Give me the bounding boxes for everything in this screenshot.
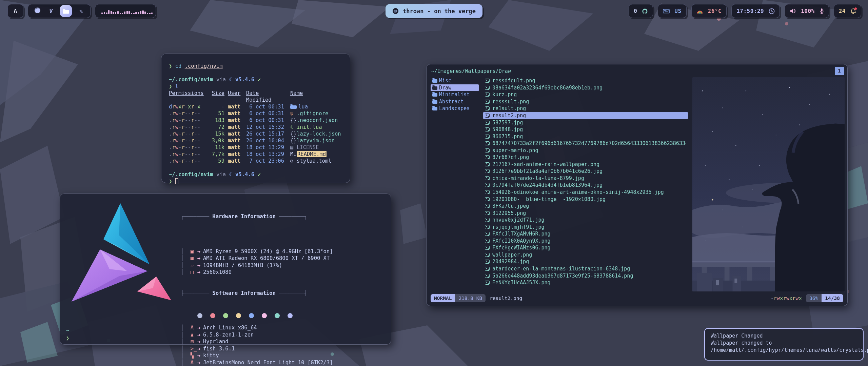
terminal-input-line[interactable]: ❯: [169, 178, 342, 185]
tab-badge[interactable]: 1: [835, 67, 844, 75]
now-playing-module[interactable]: thrown - on the verge: [386, 4, 482, 18]
file-date: 26 oct 15:17: [246, 130, 287, 137]
sidebar-folder-item[interactable]: Abstract: [431, 98, 479, 105]
file-list-item[interactable]: rsjqojlmjhf91.jpg: [483, 223, 688, 230]
cava-bar: [124, 12, 125, 14]
github-module[interactable]: 0: [629, 4, 653, 18]
image-preview-pane: [692, 77, 845, 291]
file-list-item[interactable]: re1sult.png: [483, 105, 688, 112]
file-list-item[interactable]: chica-mirando-la-luna-8799.jpg: [483, 175, 688, 182]
cava-bar: [140, 11, 141, 14]
file-list-item[interactable]: 68747470733a2f2f696d616765732d7769786d70…: [483, 140, 688, 147]
file-list-item[interactable]: 19201080-__blue-tinge__-1920×1080.jpg: [483, 196, 688, 203]
file-manager-window[interactable]: ~/Imagenes/Wallpapers/Draw 1 Misc Draw M…: [426, 64, 848, 306]
file-name-cell: lua: [290, 103, 342, 110]
file-owner: matt: [228, 124, 243, 130]
file-list-item[interactable]: 08a634fa02a32364f69ebc86a98eb1eb.png: [483, 84, 688, 92]
clock-module[interactable]: 17:50:29: [731, 4, 780, 18]
hardware-item-icon: ▱: [187, 262, 197, 269]
folder-icon: [432, 107, 437, 110]
file-list-item[interactable]: nnvuv0xj2df71.jpg: [483, 217, 688, 224]
volume-module[interactable]: 100%: [785, 4, 829, 18]
file-list-item[interactable]: 154928-odinokoe_anime-art-anime-okno-sin…: [483, 189, 688, 196]
sidebar-folder-item[interactable]: Misc: [431, 77, 479, 84]
app-launcher-button[interactable]: Λ: [7, 4, 23, 18]
workspace-vim[interactable]: V: [46, 8, 55, 15]
check-icon: ✔: [257, 77, 260, 83]
file-list-item[interactable]: ressdfgult.png: [483, 77, 688, 84]
file-name-cell: ⚙stylua.toml: [290, 158, 342, 164]
file-list-item[interactable]: atardecer-en-la-montanas-ilustracion-634…: [483, 265, 688, 272]
image-file-icon: [485, 239, 490, 243]
cava-bar: [120, 13, 121, 14]
software-item-icon: ▚: [187, 352, 197, 359]
sidebar-folder-item[interactable]: Landscapes: [431, 105, 479, 112]
keyboard-layout-module[interactable]: US: [658, 4, 686, 18]
terminal-window-fetch[interactable]: ┌──────── Hardware Information ────────┐…: [60, 194, 391, 345]
file-list-item[interactable]: 20492984.jpg: [483, 258, 688, 265]
sidebar-folder-item[interactable]: Draw: [431, 84, 479, 92]
file-list-item[interactable]: 596848.jpg: [483, 126, 688, 133]
file-list-item[interactable]: 5a266e448add93deab367d87173e9f25-6837886…: [483, 272, 688, 279]
pane-divider: [481, 77, 481, 291]
file-list-item[interactable]: 87r687df.png: [483, 154, 688, 161]
file-list-item[interactable]: resssult.png: [483, 98, 688, 105]
software-item-icon: A: [187, 359, 197, 366]
file-list-item[interactable]: 3122955.png: [483, 209, 688, 217]
temperature-label: 26°C: [708, 8, 722, 14]
file-name: rsjqojlmjhf91.jpg: [492, 224, 545, 230]
workspace-browser[interactable]: [33, 7, 42, 15]
file-name: 587597.jpg: [492, 120, 523, 126]
folder-name: Draw: [439, 85, 451, 91]
file-name: 87r687df.png: [492, 154, 529, 160]
sidebar-folder-item[interactable]: Minimalist: [431, 91, 479, 98]
file-name: 154928-odinokoe_anime-art-anime-okno-sin…: [492, 189, 664, 195]
file-list-item[interactable]: 8FKa7Cu.jpeg: [483, 203, 688, 210]
file-list-item[interactable]: 587597.jpg: [483, 119, 688, 126]
file-list-item[interactable]: 866715.png: [483, 133, 688, 140]
file-list-item[interactable]: 0c794faf07de24a4db4d4fb1eb813964.jpg: [483, 182, 688, 189]
image-file-icon: [485, 121, 490, 125]
file-list-item[interactable]: 3126f7e9bbf21a8a4af0b67b041c6e26.jpg: [483, 168, 688, 175]
file-list-item[interactable]: kurz.png: [483, 91, 688, 98]
file-name: result2.png: [492, 113, 526, 119]
fetch-info-value: fish 3.6.1: [203, 346, 235, 352]
audio-visualizer-module[interactable]: [95, 4, 156, 18]
file-type-icon: M↓: [290, 151, 297, 158]
file-list-item[interactable]: FXfcJlTXgAMvH6R.png: [483, 230, 688, 238]
file-list-item[interactable]: EeNKYgIUcAAJ5JX.png: [483, 279, 688, 286]
file-type-icon: ☾: [290, 124, 297, 130]
fetch-prompt-area[interactable]: ~ ❯: [66, 327, 69, 342]
current-path-breadcrumb: ~/Imagenes/Wallpapers/Draw: [431, 67, 511, 75]
prompt-char: ❯: [66, 334, 69, 342]
notification-title: Wallpaper Changed: [711, 332, 857, 340]
folder-name: Misc: [439, 78, 451, 84]
cava-bars: [100, 8, 151, 14]
weather-module[interactable]: 26°C: [691, 4, 727, 18]
file-list-item[interactable]: result2.png: [483, 112, 688, 119]
arrow-icon: →: [197, 352, 203, 359]
folder-icon: [432, 86, 437, 90]
fetch-info-row: │ ▣→AMD Ryzen 9 5900X (24) @ 4.9GHz [61.…: [181, 248, 368, 255]
arrow-icon: →: [197, 255, 203, 261]
file-list-item[interactable]: FXfcII0X0AQyn9X.png: [483, 238, 688, 245]
notifications-module[interactable]: 24: [834, 4, 861, 18]
workspace-paint[interactable]: ✎: [77, 8, 85, 15]
file-list-item[interactable]: FXfcHgcWIAMzs0G.png: [483, 244, 688, 251]
workspace-files-active[interactable]: [60, 5, 72, 17]
file-list-item[interactable]: 217167-sad-anime-rain-wallpaper.png: [483, 161, 688, 168]
file-size: 3,0k: [206, 137, 224, 144]
file-list-item[interactable]: wallpaper.png: [483, 251, 688, 259]
cava-bar: [115, 12, 116, 14]
top-status-bar: Λ V ✎: [0, 0, 868, 20]
fetch-info-row: │ ▱→10948MiB / 64183MiB (17%): [181, 262, 368, 269]
terminal-window-nvim[interactable]: ❯ cd .config/nvim ~/.config/nvim via ☾ v…: [161, 54, 350, 183]
file-size: 7,7k: [206, 151, 224, 158]
notification-popup[interactable]: Wallpaper Changed Wallpaper changed to /…: [704, 328, 864, 361]
software-item-icon: ♟: [187, 331, 197, 339]
fetch-info-row: │ ▚→kitty: [181, 352, 368, 359]
file-list-item[interactable]: super-mario.png: [483, 147, 688, 154]
file-type-icon: ⚙: [290, 158, 297, 164]
fetch-info-row: │ ⊞→Hyprland: [181, 338, 368, 345]
file-owner: matt: [228, 117, 243, 124]
